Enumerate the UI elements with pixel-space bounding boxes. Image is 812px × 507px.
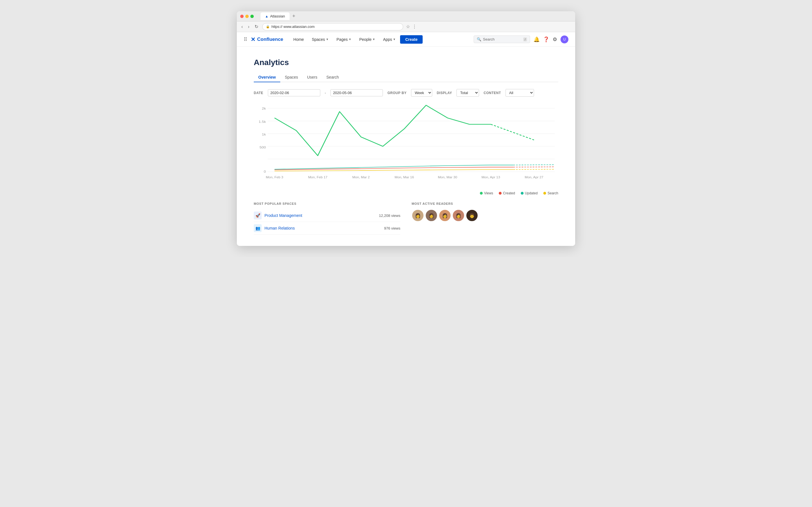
reader-avatar-4[interactable]: 👩 xyxy=(452,209,465,222)
search-dot xyxy=(543,192,546,194)
svg-line-20 xyxy=(513,165,555,165)
reader-avatar-5[interactable]: 👨 xyxy=(466,209,478,222)
filters-row: DATE - GROUP BY Week Day Month DISPLAY T… xyxy=(254,89,558,97)
search-shortcut: / xyxy=(523,38,527,41)
chart-container: 2k 1.5k 1k 500 0 Mon, Feb 3 Mon, Feb 17 … xyxy=(254,102,558,187)
bell-icon[interactable]: 🔔 xyxy=(534,36,540,43)
search-placeholder: Search xyxy=(483,37,495,41)
svg-text:Mon, Apr 13: Mon, Apr 13 xyxy=(481,176,500,179)
date-to-input[interactable] xyxy=(331,89,383,96)
search-legend-label: Search xyxy=(548,191,558,195)
url-text: https:// www.atlassian.com xyxy=(271,24,315,29)
views-label: Views xyxy=(484,191,493,195)
created-label: Created xyxy=(503,191,515,195)
group-by-select[interactable]: Week Day Month xyxy=(411,89,432,97)
svg-text:0: 0 xyxy=(264,170,266,173)
tab-bar: ▲ Atlassian + xyxy=(260,12,297,20)
space-row: 🚀 Product Management 12,208 views xyxy=(254,209,400,222)
bottom-sections: MOST POPULAR SPACES 🚀 Product Management… xyxy=(254,202,558,235)
tab-overview[interactable]: Overview xyxy=(254,73,280,82)
nav-people[interactable]: People ▼ xyxy=(356,36,378,43)
space-icon-hr: 👥 xyxy=(254,224,262,232)
svg-text:Mon, Apr 27: Mon, Apr 27 xyxy=(525,176,543,179)
svg-text:2k: 2k xyxy=(262,107,266,110)
pages-dropdown-icon: ▼ xyxy=(349,38,351,41)
user-avatar[interactable]: U xyxy=(560,36,568,43)
content-filter-label: CONTENT xyxy=(484,91,501,95)
confluence-logo[interactable]: ✕ Confluence xyxy=(251,36,283,43)
address-bar-right: ☆ ⋮ xyxy=(406,24,417,29)
space-name-product[interactable]: Product Management xyxy=(264,213,376,218)
views-dot xyxy=(480,192,483,194)
help-icon[interactable]: ❓ xyxy=(543,36,549,43)
browser-window: ▲ Atlassian + ‹ › ↻ 🔒 https:// www.atlas… xyxy=(237,11,575,246)
space-name-hr[interactable]: Human Relations xyxy=(264,226,381,230)
created-dot xyxy=(499,192,502,194)
tab-spaces[interactable]: Spaces xyxy=(280,73,303,82)
more-icon[interactable]: ⋮ xyxy=(412,24,417,29)
reader-avatar-2[interactable]: 👩 xyxy=(425,209,438,222)
people-dropdown-icon: ▼ xyxy=(372,38,375,41)
tab-search[interactable]: Search xyxy=(322,73,343,82)
reader-avatar-1[interactable]: 👩 xyxy=(412,209,424,222)
updated-dot xyxy=(521,192,523,194)
svg-text:Mon, Mar 30: Mon, Mar 30 xyxy=(438,176,457,179)
settings-icon[interactable]: ⚙ xyxy=(553,36,557,43)
active-tab[interactable]: ▲ Atlassian xyxy=(260,12,290,20)
bookmark-icon[interactable]: ☆ xyxy=(406,24,410,29)
svg-text:1.5k: 1.5k xyxy=(259,120,266,124)
spaces-label: Spaces xyxy=(312,37,325,42)
chart-legend: Views Created Updated Search xyxy=(254,191,558,195)
nav-icons: 🔔 ❓ ⚙ U xyxy=(534,36,568,43)
svg-line-21 xyxy=(513,169,555,170)
legend-created: Created xyxy=(499,191,515,195)
new-tab-button[interactable]: + xyxy=(291,13,297,19)
url-bar[interactable]: 🔒 https:// www.atlassian.com xyxy=(262,23,403,31)
nav-apps[interactable]: Apps ▼ xyxy=(380,36,399,43)
people-label: People xyxy=(359,37,371,42)
search-icon: 🔍 xyxy=(477,37,481,41)
page-content: Analytics Overview Spaces Users Search D… xyxy=(237,47,575,246)
analytics-chart: 2k 1.5k 1k 500 0 Mon, Feb 3 Mon, Feb 17 … xyxy=(254,102,558,187)
create-button[interactable]: Create xyxy=(400,35,423,44)
svg-text:Mon, Feb 17: Mon, Feb 17 xyxy=(308,176,327,179)
group-by-label: GROUP BY xyxy=(388,91,407,95)
svg-line-19 xyxy=(513,167,555,167)
confluence-logo-icon: ✕ xyxy=(251,36,255,43)
content-select[interactable]: All Pages Blog Posts xyxy=(506,89,534,97)
space-icon-product: 🚀 xyxy=(254,212,262,219)
popular-spaces-section: MOST POPULAR SPACES 🚀 Product Management… xyxy=(254,202,400,235)
traffic-lights xyxy=(240,15,254,18)
legend-views: Views xyxy=(480,191,493,195)
tab-label: Atlassian xyxy=(270,14,285,18)
active-readers-section: MOST ACTIVE READERS 👩 👩 👩 👩 👨 xyxy=(412,202,558,235)
analytics-tabs: Overview Spaces Users Search xyxy=(254,73,558,82)
tab-users[interactable]: Users xyxy=(303,73,322,82)
nav-pages[interactable]: Pages ▼ xyxy=(333,36,355,43)
legend-updated: Updated xyxy=(521,191,538,195)
display-select[interactable]: Total Unique xyxy=(456,89,479,97)
nav-spaces[interactable]: Spaces ▼ xyxy=(308,36,332,43)
updated-label: Updated xyxy=(525,191,538,195)
forward-button[interactable]: › xyxy=(247,24,250,30)
home-label: Home xyxy=(294,37,304,42)
close-button[interactable] xyxy=(240,15,244,18)
browser-titlebar: ▲ Atlassian + xyxy=(237,11,575,21)
svg-text:1k: 1k xyxy=(262,133,266,136)
back-button[interactable]: ‹ xyxy=(240,24,244,30)
refresh-button[interactable]: ↻ xyxy=(253,23,259,30)
reader-avatar-3[interactable]: 👩 xyxy=(439,209,451,222)
maximize-button[interactable] xyxy=(250,15,254,18)
confluence-nav: ⠿ ✕ Confluence Home Spaces ▼ Pages ▼ Peo… xyxy=(237,32,575,47)
grid-icon[interactable]: ⠿ xyxy=(244,36,247,43)
nav-home[interactable]: Home xyxy=(290,36,307,43)
conf-nav-items: Home Spaces ▼ Pages ▼ People ▼ Apps ▼ Cr… xyxy=(290,35,474,44)
legend-search: Search xyxy=(543,191,558,195)
svg-line-18 xyxy=(491,124,534,140)
atlassian-tab-icon: ▲ xyxy=(265,14,268,18)
minimize-button[interactable] xyxy=(245,15,249,18)
search-bar[interactable]: 🔍 Search / xyxy=(474,36,530,43)
space-views-product: 12,208 views xyxy=(379,214,400,218)
date-from-input[interactable] xyxy=(268,89,320,96)
space-views-hr: 976 views xyxy=(384,226,400,230)
